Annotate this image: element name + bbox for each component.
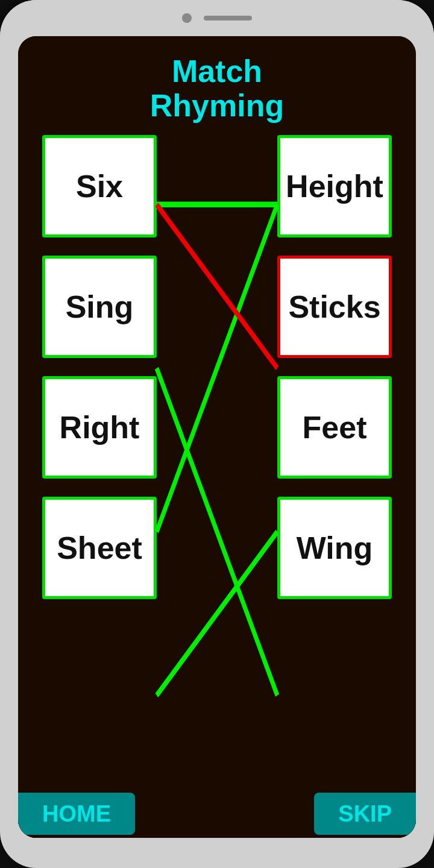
word-box-wing[interactable]: Wing [277, 497, 392, 599]
home-button[interactable]: HOME [18, 793, 135, 835]
screen: Match Rhyming [18, 36, 416, 838]
phone-frame: Match Rhyming [0, 0, 434, 868]
skip-button[interactable]: SKIP [314, 793, 416, 835]
bottom-bar: HOME SKIP [18, 790, 416, 838]
words-container: Six Sing Right Sheet Height [42, 135, 392, 790]
speaker [204, 16, 252, 20]
svg-line-2 [157, 205, 277, 532]
word-box-sing[interactable]: Sing [42, 256, 157, 358]
svg-line-3 [157, 532, 277, 696]
svg-line-4 [157, 368, 277, 696]
notch [0, 0, 434, 36]
svg-line-5 [157, 205, 277, 368]
word-box-height[interactable]: Height [277, 135, 392, 237]
title-area: Match Rhyming [18, 36, 416, 135]
camera [182, 13, 192, 23]
word-box-feet[interactable]: Feet [277, 376, 392, 479]
word-box-right[interactable]: Right [42, 376, 157, 479]
word-box-sticks[interactable]: Sticks [277, 256, 392, 358]
page-title: Match Rhyming [18, 54, 416, 123]
word-box-six[interactable]: Six [42, 135, 157, 237]
game-area: Six Sing Right Sheet Height [18, 135, 416, 790]
word-box-sheet[interactable]: Sheet [42, 497, 157, 599]
